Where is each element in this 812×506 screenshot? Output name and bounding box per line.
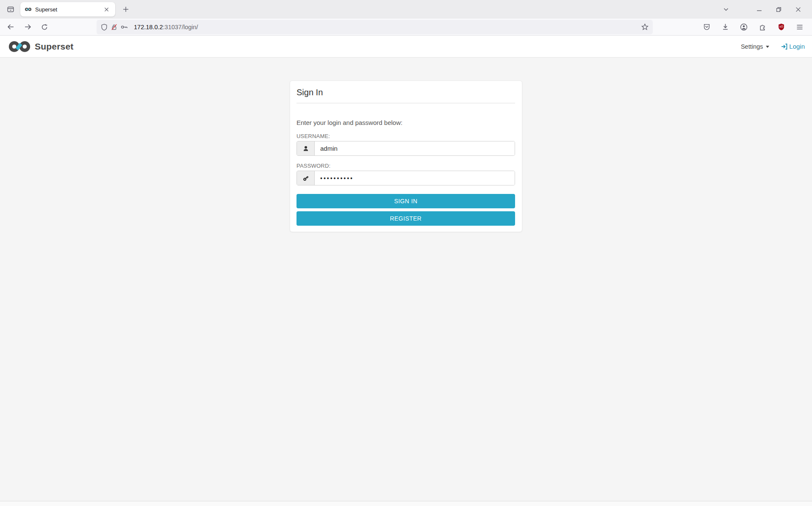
firefox-view-icon[interactable]	[4, 3, 17, 16]
browser-tab-bar: Superset	[0, 0, 812, 19]
tab-close-icon[interactable]	[102, 5, 111, 14]
settings-menu[interactable]: Settings	[741, 43, 769, 50]
saved-password-key-icon[interactable]	[121, 24, 128, 30]
browser-nav-toolbar: 172.18.0.2:31037/login/	[0, 19, 812, 36]
username-label: USERNAME:	[297, 133, 515, 139]
pocket-save-icon[interactable]	[700, 21, 713, 33]
url-text[interactable]: 172.18.0.2:31037/login/	[134, 24, 638, 30]
list-tabs-chevron-icon[interactable]	[720, 3, 732, 16]
ublock-label: uO	[779, 25, 783, 28]
settings-label: Settings	[741, 43, 763, 50]
sign-in-title: Sign In	[297, 88, 515, 103]
superset-favicon-icon	[25, 7, 32, 11]
page-body: Sign In Enter your login and password be…	[0, 58, 812, 506]
downloads-icon[interactable]	[719, 21, 732, 33]
sign-in-card: Sign In Enter your login and password be…	[290, 80, 522, 232]
login-label: Login	[789, 43, 805, 50]
brand-name: Superset	[35, 41, 73, 52]
sign-in-arrow-icon	[781, 43, 788, 50]
account-icon[interactable]	[737, 21, 750, 33]
ublock-origin-icon[interactable]: uO	[775, 21, 787, 33]
password-label: PASSWORD:	[297, 163, 515, 169]
sign-in-button[interactable]: SIGN IN	[297, 194, 515, 208]
window-restore-icon[interactable]	[772, 3, 785, 16]
browser-tab-superset[interactable]: Superset	[20, 2, 115, 17]
user-icon	[297, 141, 315, 155]
tracking-shield-icon[interactable]	[101, 24, 108, 30]
page-footer	[0, 501, 812, 506]
superset-logo[interactable]: Superset	[7, 40, 73, 53]
window-minimize-icon[interactable]	[753, 3, 765, 16]
window-close-icon[interactable]	[792, 3, 804, 16]
url-path: :31037/login/	[163, 24, 198, 30]
sign-in-instruction: Enter your login and password below:	[297, 119, 515, 126]
reload-icon[interactable]	[38, 21, 51, 33]
forward-icon[interactable]	[21, 21, 34, 33]
app-header: Superset Settings Login	[0, 36, 812, 58]
url-bar[interactable]: 172.18.0.2:31037/login/	[97, 20, 653, 34]
insecure-lock-icon[interactable]	[111, 24, 117, 30]
superset-infinity-icon	[7, 40, 32, 53]
extensions-puzzle-icon[interactable]	[756, 21, 769, 33]
password-input[interactable]	[315, 171, 515, 185]
new-tab-icon[interactable]	[119, 3, 132, 16]
browser-window: Superset	[0, 0, 812, 506]
key-icon	[297, 171, 315, 185]
back-icon[interactable]	[4, 21, 17, 33]
login-link[interactable]: Login	[781, 43, 805, 50]
username-input[interactable]	[315, 141, 515, 155]
chevron-down-icon	[766, 46, 769, 48]
register-button[interactable]: REGISTER	[297, 211, 515, 226]
url-host: 172.18.0.2	[134, 24, 163, 30]
menu-hamburger-icon[interactable]	[793, 21, 806, 33]
tab-title: Superset	[35, 6, 98, 13]
password-input-group	[297, 171, 515, 185]
username-input-group	[297, 141, 515, 156]
bookmark-star-icon[interactable]	[641, 23, 648, 30]
